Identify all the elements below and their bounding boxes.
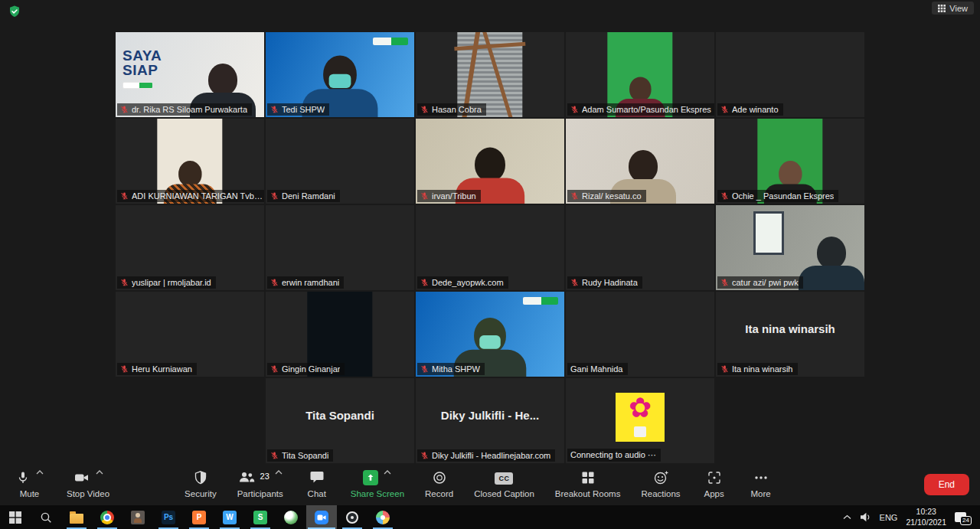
windows-taskbar: PsPWS ENG 10:23 21/10/2021 24 — [0, 505, 980, 529]
participant-name: catur azi/ pwi pwk — [732, 278, 799, 287]
participant-name: Ita nina winarsih — [732, 364, 793, 374]
apps-icon — [707, 470, 722, 485]
participant-tile[interactable]: erwin ramdhani — [266, 205, 414, 290]
participant-tile[interactable]: Diky Julkifli - He...Diky Julkifli - Hea… — [416, 378, 564, 463]
flower-avatar-icon: ✿ — [629, 394, 652, 422]
taskbar-apps: PsPWS — [0, 505, 398, 529]
taskbar-wps-presentation-icon[interactable]: P — [184, 505, 214, 529]
video-grid-row: SAYASIAPdr. Rika RS Siloam PurwakartaTed… — [0, 32, 980, 117]
participant-name: Rudy Hadinata — [582, 278, 638, 287]
participant-name: dr. Rika RS Siloam Purwakarta — [132, 105, 247, 114]
taskbar-paint-app-icon[interactable] — [368, 505, 398, 529]
participant-tile[interactable]: Mitha SHPW — [416, 292, 564, 377]
participant-nameplate: Adam Sumarto/Pasundan Ekspres — [567, 103, 714, 116]
shield-icon — [193, 470, 208, 485]
participant-tile[interactable]: ADI KURNIAWAN TARIGAN Tvberita... — [116, 119, 264, 204]
participant-tile[interactable]: Hasan Cobra — [416, 32, 564, 117]
chevron-up-icon[interactable] — [384, 470, 391, 475]
chat-button[interactable]: Chat — [304, 470, 330, 498]
taskbar-wps-spreadsheets-icon[interactable]: S — [245, 505, 276, 529]
chevron-up-icon[interactable] — [96, 470, 103, 475]
participant-tile[interactable]: Heru Kurniawan — [116, 292, 264, 377]
reactions-button[interactable]: Reactions — [641, 470, 680, 498]
taskbar-start-icon[interactable] — [0, 505, 31, 529]
muted-mic-icon — [720, 191, 729, 201]
view-button[interactable]: View — [932, 2, 974, 15]
participant-tile-active-speaker[interactable]: Tedi SHPW — [266, 32, 414, 117]
participant-nameplate: Dede_ayopwk.com — [417, 276, 508, 289]
more-button[interactable]: More — [748, 470, 774, 498]
participant-nameplate: catur azi/ pwi pwk — [717, 276, 803, 289]
muted-mic-icon — [420, 191, 429, 201]
mute-label: Mute — [20, 489, 40, 498]
tray-chevron-up-icon[interactable] — [843, 514, 851, 520]
security-button[interactable]: Security — [185, 470, 217, 498]
closed-caption-button[interactable]: CC Closed Caption — [474, 470, 534, 498]
participant-name: yuslipar | rmoljabar.id — [132, 278, 211, 287]
stop-video-button[interactable]: Stop Video — [67, 470, 109, 498]
participant-tile[interactable]: Dede_ayopwk.com — [416, 205, 564, 290]
muted-mic-icon — [420, 364, 429, 374]
participant-tile[interactable]: Rudy Hadinata — [566, 205, 714, 290]
participant-name: Mitha SHPW — [432, 364, 480, 374]
mute-button[interactable]: Mute — [15, 470, 44, 498]
participant-nameplate: Ade winanto — [717, 103, 783, 116]
participant-tile[interactable]: Gani Mahnida — [566, 292, 714, 377]
end-button[interactable]: End — [924, 474, 969, 495]
taskbar-globe-app-icon[interactable] — [276, 505, 306, 529]
participant-tile[interactable]: Ita nina winarsihIta nina winarsih — [716, 292, 864, 377]
taskbar-wps-writer-icon[interactable]: W — [214, 505, 245, 529]
record-icon — [432, 470, 447, 485]
taskbar-search-icon[interactable] — [31, 505, 61, 529]
language-indicator[interactable]: ENG — [880, 513, 898, 522]
participant-nameplate: Tedi SHPW — [267, 103, 329, 116]
participant-name: Hasan Cobra — [432, 105, 482, 114]
share-screen-button[interactable]: Share Screen — [351, 470, 404, 498]
participant-tile[interactable]: Tita SopandiTita Sopandi — [266, 378, 414, 463]
participant-tile[interactable]: Ade winanto — [716, 32, 864, 117]
video-grid: SAYASIAPdr. Rika RS Siloam PurwakartaTed… — [0, 32, 980, 465]
taskbar-obs-icon[interactable] — [337, 505, 368, 529]
participants-button[interactable]: 23 Participants — [237, 470, 283, 498]
breakout-rooms-button[interactable]: Breakout Rooms — [555, 470, 621, 498]
participant-name: Diky Julkifli - Headlinejabar.com — [432, 451, 550, 460]
participant-tile[interactable]: SAYASIAPdr. Rika RS Siloam Purwakarta — [116, 32, 264, 117]
speaker-icon[interactable] — [860, 512, 871, 522]
video-grid-row: ADI KURNIAWAN TARIGAN Tvberita...Deni Ra… — [0, 119, 980, 204]
muted-mic-icon — [270, 191, 279, 201]
participant-tile[interactable]: Ochie _ Pasundan Ekspres — [716, 119, 864, 204]
participant-tile[interactable]: Adam Sumarto/Pasundan Ekspres — [566, 32, 714, 117]
record-button[interactable]: Record — [425, 470, 453, 498]
participant-tile[interactable]: Deni Ramdani — [266, 119, 414, 204]
closed-caption-label: Closed Caption — [474, 489, 534, 498]
chat-label: Chat — [308, 489, 326, 498]
participants-label: Participants — [237, 489, 283, 498]
taskbar-photos-app-icon[interactable] — [122, 505, 153, 529]
closed-caption-icon: CC — [495, 472, 513, 485]
notification-center-icon[interactable]: 24 — [955, 512, 966, 522]
participant-tile[interactable]: ✿Connecting to audio ⋯ — [566, 378, 714, 463]
taskbar-zoom-icon[interactable] — [306, 505, 337, 529]
chevron-up-icon[interactable] — [36, 470, 44, 475]
security-shield-icon[interactable] — [8, 5, 21, 18]
share-screen-label: Share Screen — [351, 489, 404, 498]
reactions-label: Reactions — [641, 489, 680, 498]
taskbar-photoshop-icon[interactable]: Ps — [153, 505, 184, 529]
more-label: More — [750, 489, 770, 498]
participant-tile[interactable]: yuslipar | rmoljabar.id — [116, 205, 264, 290]
participant-tile[interactable]: Rizal/ kesatu.co — [566, 119, 714, 204]
window-in-video — [753, 211, 785, 256]
muted-mic-icon — [420, 451, 429, 460]
apps-button[interactable]: Apps — [701, 470, 727, 498]
muted-mic-icon — [270, 105, 279, 114]
system-tray: ENG 10:23 21/10/2021 24 — [843, 507, 980, 527]
taskbar-clock[interactable]: 10:23 21/10/2021 — [906, 507, 946, 527]
taskbar-file-explorer-icon[interactable] — [61, 505, 92, 529]
tray-date: 21/10/2021 — [906, 518, 946, 527]
participant-tile[interactable]: catur azi/ pwi pwk — [716, 205, 864, 290]
muted-mic-icon — [420, 278, 429, 287]
participant-tile[interactable]: Gingin Ginanjar — [266, 292, 414, 377]
taskbar-chrome-icon[interactable] — [92, 505, 122, 529]
chevron-up-icon[interactable] — [275, 470, 283, 475]
participant-tile[interactable]: irvan/Tribun — [416, 119, 564, 204]
